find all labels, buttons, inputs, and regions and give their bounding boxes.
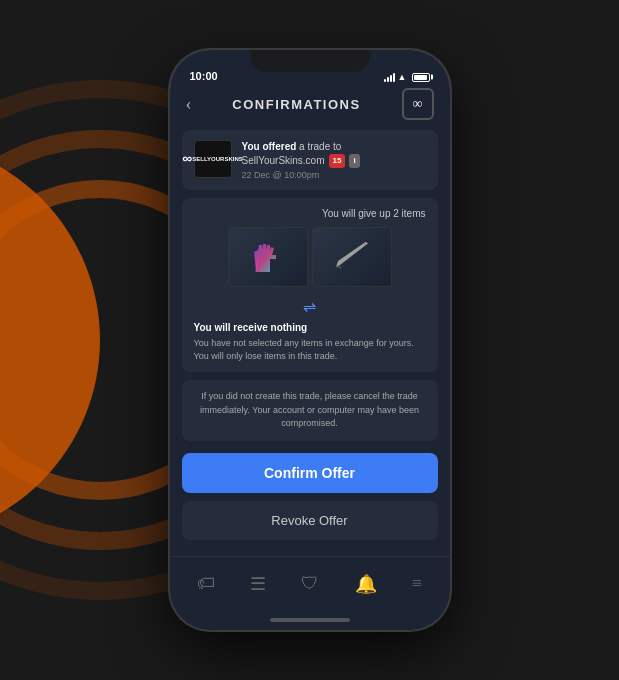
item-card-1 — [228, 227, 308, 287]
nav-bell[interactable]: 🔔 — [355, 573, 377, 595]
trade-card: ∞ SELLYOURSKINS You offered a trade to S… — [182, 130, 438, 190]
content-area: ∞ SELLYOURSKINS You offered a trade to S… — [170, 130, 450, 556]
trade-text: You offered a trade to SellYourSkins.com… — [242, 140, 426, 168]
nav-shield[interactable]: 🛡 — [301, 573, 319, 594]
status-time: 10:00 — [190, 70, 218, 82]
receive-section: You will receive nothing You have not se… — [194, 322, 426, 362]
warning-box: If you did not create this trade, please… — [182, 380, 438, 441]
trade-to-label: a trade to — [299, 141, 341, 152]
battery-icon — [412, 73, 430, 82]
trade-info: You offered a trade to SellYourSkins.com… — [242, 140, 426, 180]
offered-label: You offered — [242, 141, 297, 152]
screen: 10:00 ▲ ‹ CONFIRMATIONS ∞ — [170, 50, 450, 630]
bottom-nav: 🏷 ☰ 🛡 🔔 ≡ — [170, 556, 450, 610]
nav-menu[interactable]: ≡ — [412, 573, 422, 594]
phone-notch — [250, 50, 370, 72]
home-indicator — [170, 610, 450, 630]
item-image-1 — [229, 228, 307, 286]
site-name: SellYourSkins.com — [242, 154, 325, 168]
signal-icon — [384, 73, 395, 82]
badge-i: i — [349, 154, 359, 167]
items-grid — [194, 227, 426, 287]
back-button[interactable]: ‹ — [186, 94, 192, 115]
revoke-offer-button[interactable]: Revoke Offer — [182, 501, 438, 540]
badge-15: 15 — [329, 154, 346, 167]
warning-text: If you did not create this trade, please… — [194, 390, 426, 431]
confirm-offer-button[interactable]: Confirm Offer — [182, 453, 438, 493]
trade-logo: ∞ SELLYOURSKINS — [194, 140, 232, 178]
trade-site: SellYourSkins.com 15 i — [242, 154, 360, 168]
status-icons: ▲ — [384, 72, 430, 82]
item-image-2 — [313, 228, 391, 286]
trade-date: 22 Dec @ 10:00pm — [242, 170, 426, 180]
exchange-icon: ⇌ — [194, 297, 426, 316]
home-bar — [270, 618, 350, 622]
wifi-icon: ▲ — [398, 72, 407, 82]
phone-shell: 10:00 ▲ ‹ CONFIRMATIONS ∞ — [170, 50, 450, 630]
items-section: You will give up 2 items — [182, 198, 438, 372]
page-title: CONFIRMATIONS — [232, 97, 360, 112]
receive-title: You will receive nothing — [194, 322, 426, 333]
receive-desc: You have not selected any items in excha… — [194, 337, 426, 362]
nav-list[interactable]: ☰ — [250, 573, 266, 595]
logo-icon: ∞ — [402, 88, 434, 120]
give-title: You will give up 2 items — [194, 208, 426, 219]
item-card-2 — [312, 227, 392, 287]
nav-tag[interactable]: 🏷 — [197, 573, 215, 594]
